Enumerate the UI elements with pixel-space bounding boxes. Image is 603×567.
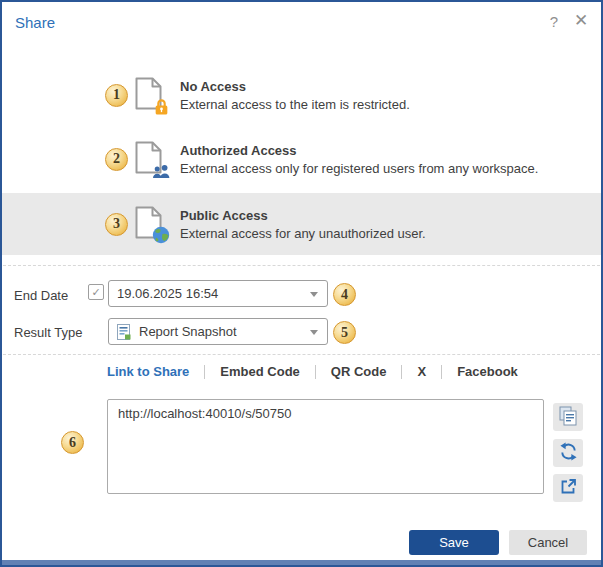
refresh-icon: [559, 442, 578, 464]
access-option-public-access[interactable]: 3 Public Access External access for any …: [2, 193, 601, 255]
save-button[interactable]: Save: [409, 530, 499, 555]
option-text-authorized-access: Authorized Access External access only f…: [180, 143, 538, 176]
dialog-bottom-edge: [2, 560, 601, 565]
option-title: No Access: [180, 79, 410, 94]
document-users-icon: [135, 141, 167, 177]
tab-facebook[interactable]: Facebook: [442, 364, 533, 379]
tab-qr-code[interactable]: QR Code: [316, 364, 402, 379]
copy-link-button[interactable]: [553, 403, 583, 431]
open-link-button[interactable]: [553, 474, 583, 502]
option-text-no-access: No Access External access to the item is…: [180, 79, 410, 112]
open-external-icon: [560, 478, 577, 498]
option-description: External access to the item is restricte…: [180, 97, 410, 112]
result-type-value: Report Snapshot: [139, 324, 237, 339]
callout-badge-5: 5: [333, 321, 356, 344]
copy-icon: [559, 406, 577, 429]
option-title: Authorized Access: [180, 143, 538, 158]
result-type-select[interactable]: Report Snapshot: [108, 318, 328, 345]
dialog-title: Share: [15, 14, 55, 31]
share-tabs: Link to Share Embed Code QR Code X Faceb…: [107, 364, 533, 379]
document-lock-icon: [135, 77, 167, 113]
option-title: Public Access: [180, 208, 426, 223]
share-url-text: http://localhost:40010/s/50750: [118, 406, 291, 421]
tab-x[interactable]: X: [402, 364, 441, 379]
help-button[interactable]: ?: [545, 13, 563, 31]
option-description: External access only for registered user…: [180, 161, 538, 176]
end-date-label: End Date: [14, 288, 68, 303]
regenerate-link-button[interactable]: [553, 439, 583, 467]
callout-badge-3: 3: [105, 213, 128, 236]
result-type-label: Result Type: [14, 325, 82, 340]
callout-badge-1: 1: [105, 84, 128, 107]
share-url-textbox[interactable]: http://localhost:40010/s/50750: [107, 399, 544, 494]
tab-link-to-share[interactable]: Link to Share: [107, 364, 204, 379]
callout-badge-6: 6: [61, 431, 84, 454]
option-description: External access for any unauthorized use…: [180, 226, 426, 241]
access-option-no-access[interactable]: 1 No Access External access to the item …: [2, 68, 601, 122]
option-text-public-access: Public Access External access for any un…: [180, 208, 426, 241]
separator: [3, 354, 600, 355]
callout-badge-4: 4: [333, 283, 356, 306]
separator: [3, 265, 600, 266]
report-snapshot-icon: [117, 324, 131, 340]
chevron-down-icon: [310, 330, 318, 335]
share-dialog: Share ? ✕ 1 No Access External access to…: [0, 0, 603, 567]
cancel-button[interactable]: Cancel: [509, 530, 587, 555]
end-date-input[interactable]: 19.06.2025 16:54: [108, 280, 328, 307]
close-icon[interactable]: ✕: [571, 11, 591, 31]
access-option-authorized-access[interactable]: 2 Authorized Access External access only…: [2, 132, 601, 186]
callout-badge-2: 2: [105, 148, 128, 171]
end-date-checkbox[interactable]: ✓: [88, 284, 104, 300]
document-globe-icon: [135, 206, 167, 242]
end-date-value: 19.06.2025 16:54: [117, 286, 218, 301]
tab-embed-code[interactable]: Embed Code: [205, 364, 314, 379]
chevron-down-icon: [310, 292, 318, 297]
